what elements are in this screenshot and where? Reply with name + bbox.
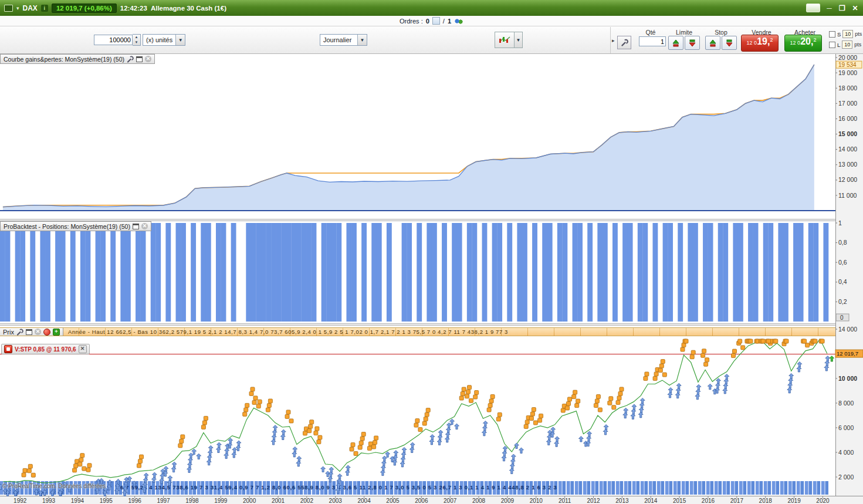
window-icon[interactable] xyxy=(26,329,32,335)
cancel-order-icon[interactable]: ✕ xyxy=(79,345,87,353)
price-panel-header: Prix ✕ + Année - Haut 12 662,5 - Bas 10 … xyxy=(0,327,835,336)
buy-button[interactable]: 12 0 20, 2 xyxy=(784,35,822,52)
svg-text:19 000: 19 000 xyxy=(838,69,857,76)
units-select-caret-icon[interactable]: ▼ xyxy=(175,35,185,45)
stop-protection-checkbox[interactable] xyxy=(829,31,835,38)
close-panel-icon[interactable]: ✕ xyxy=(35,329,41,335)
units-select[interactable]: (x) unités ▼ xyxy=(143,34,185,46)
svg-text:2016: 2016 xyxy=(702,498,715,504)
svg-text:2009: 2009 xyxy=(501,498,515,504)
instrument-dropdown-caret[interactable]: ▾ xyxy=(16,5,19,11)
svg-text:2018: 2018 xyxy=(759,498,773,504)
svg-text:1999: 1999 xyxy=(214,498,228,504)
green-up-arrow-icon xyxy=(672,39,680,47)
chart-type-group: ▼ xyxy=(495,32,523,48)
svg-text:2 000: 2 000 xyxy=(838,473,854,481)
window-icon[interactable] xyxy=(133,224,139,229)
svg-text:0: 0 xyxy=(840,314,844,321)
trading-platform-window: ▾ DAX i 12 019,7 (+0,86%) 12:42:23 Allem… xyxy=(0,0,863,504)
svg-text:2002: 2002 xyxy=(300,498,314,504)
panel-expander-icon[interactable]: ▸ xyxy=(612,38,615,43)
svg-text:6 000: 6 000 xyxy=(838,424,854,431)
chart-type-button[interactable] xyxy=(495,32,515,48)
sell-price-sup: 2 xyxy=(770,37,773,43)
svg-text:14 000: 14 000 xyxy=(838,326,857,333)
svg-text:1992: 1992 xyxy=(13,498,27,504)
red-down-arrow-icon xyxy=(725,39,733,47)
svg-text:13 000: 13 000 xyxy=(838,161,857,168)
close-button[interactable]: ✕ xyxy=(851,5,859,12)
sell-stop-button[interactable] xyxy=(722,36,737,50)
candlestick-icon xyxy=(498,35,511,45)
chart-type-caret-icon[interactable]: ▼ xyxy=(515,32,523,48)
instrument-symbol: DAX xyxy=(23,4,38,12)
wrench-icon[interactable] xyxy=(16,329,23,336)
window-icon[interactable] xyxy=(136,56,143,62)
instrument-description: Allemagne 30 Cash (1€) xyxy=(151,5,226,12)
order-settings-button[interactable] xyxy=(617,36,631,49)
svg-text:0,4: 0,4 xyxy=(838,278,847,285)
chart-region[interactable]: 6,7 59,24 4 134,5 738,6 19 7 3 31,4 59,4… xyxy=(0,54,863,504)
svg-text:1998: 1998 xyxy=(185,498,199,504)
orders-list-icon[interactable] xyxy=(432,17,440,25)
svg-text:2011: 2011 xyxy=(559,498,571,504)
svg-text:20 000: 20 000 xyxy=(838,54,857,61)
positions-panel-header[interactable]: ProBacktest - Positions: MonSystème(19) … xyxy=(0,221,151,231)
svg-text:2001: 2001 xyxy=(272,498,285,504)
buy-price-big: 20, xyxy=(800,38,813,46)
sell-limit-button[interactable] xyxy=(685,36,700,50)
svg-text:2008: 2008 xyxy=(472,498,486,504)
stop-protection-value[interactable]: 10 xyxy=(842,30,853,38)
stop-protection-unit: pts xyxy=(855,31,862,37)
maximize-button[interactable]: ❐ xyxy=(838,5,846,12)
pending-order-text: V:STP 0,85 @ 11 970,6 xyxy=(15,346,76,353)
watermark: © ProRealTime.com. Données différées xyxy=(2,483,106,489)
timeframe-select-value: Journalier xyxy=(323,36,351,43)
sell-button[interactable]: 12 0 19, 2 xyxy=(741,35,779,52)
quantity-stepper[interactable]: ▲▼ xyxy=(133,34,141,46)
limit-protection-label: L xyxy=(837,42,840,48)
add-indicator-icon[interactable]: + xyxy=(53,329,60,336)
buy-stop-button[interactable] xyxy=(705,36,720,50)
orders-separator: / xyxy=(443,18,445,25)
svg-text:11 000: 11 000 xyxy=(838,192,857,199)
keyboard-icon[interactable] xyxy=(806,4,820,12)
timeframe-group: Journalier ▼ xyxy=(320,34,367,46)
price-panel-label-box[interactable]: Prix ✕ + xyxy=(0,327,63,336)
orders-count: 0 xyxy=(426,18,429,25)
quantity-input[interactable] xyxy=(94,35,133,45)
minimize-button[interactable]: ─ xyxy=(825,5,833,12)
limit-protection-checkbox[interactable] xyxy=(829,42,835,48)
limit-protection-row: L 10 pts xyxy=(829,40,863,49)
orders-bar: Ordres : 0 / 1 xyxy=(0,16,863,26)
svg-text:2004: 2004 xyxy=(357,498,371,504)
buy-limit-button[interactable] xyxy=(668,36,683,50)
info-icon[interactable]: i xyxy=(41,5,48,12)
record-icon[interactable] xyxy=(43,329,50,336)
close-panel-icon[interactable]: ✕ xyxy=(141,223,148,229)
sell-price-big: 19, xyxy=(757,38,770,46)
order-qty-input[interactable] xyxy=(639,36,666,46)
chart-canvas[interactable]: 1992199319941995199619971998199920002001… xyxy=(0,54,863,504)
svg-text:2000: 2000 xyxy=(243,498,256,504)
limit-protection-unit: pts xyxy=(854,42,861,48)
limit-protection-value[interactable]: 10 xyxy=(842,40,852,49)
wrench-icon[interactable] xyxy=(127,56,134,63)
equity-panel-header[interactable]: Courbe gains&pertes: MonSystème(19) (50)… xyxy=(0,54,155,64)
pending-order-tag[interactable]: V:STP 0,85 @ 11 970,6 ✕ xyxy=(1,344,90,354)
positions-panel-title: ProBacktest - Positions: MonSystème(19) … xyxy=(4,223,130,230)
svg-text:12 019,7: 12 019,7 xyxy=(837,350,858,357)
svg-text:17 000: 17 000 xyxy=(838,100,857,107)
close-panel-icon[interactable]: ✕ xyxy=(145,56,151,62)
quantity-group: ▲▼ (x) unités ▼ xyxy=(94,34,185,46)
price-panel-title: Prix xyxy=(3,329,14,336)
wrench-icon xyxy=(621,39,628,46)
green-up-arrow-icon xyxy=(709,39,717,47)
timeframe-select-caret-icon[interactable]: ▼ xyxy=(357,35,367,45)
stop-protection-label: S xyxy=(837,31,841,38)
red-down-arrow-icon xyxy=(688,39,696,47)
orders-settings-icon[interactable] xyxy=(454,18,463,25)
timeframe-select[interactable]: Journalier ▼ xyxy=(320,34,367,46)
stop-label: Stop xyxy=(705,29,737,36)
svg-text:19 534: 19 534 xyxy=(838,62,857,68)
